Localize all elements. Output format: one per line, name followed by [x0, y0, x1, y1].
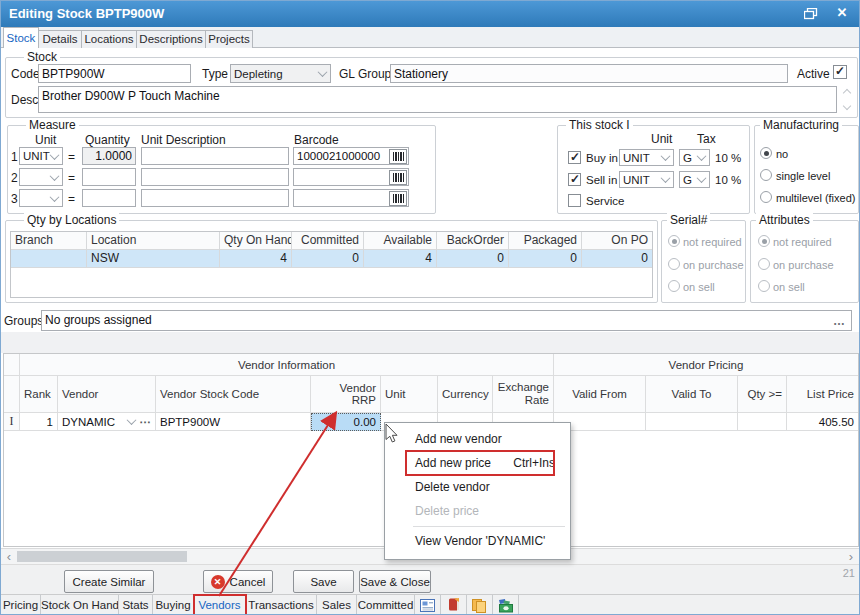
col-header-vendor-stock-code[interactable]: Vendor Stock Code	[156, 376, 311, 413]
cell-vendor[interactable]: DYNAMIC ⋯	[58, 413, 156, 431]
col-header-vendor[interactable]: Vendor	[58, 376, 156, 413]
book-icon-button[interactable]	[441, 595, 467, 615]
cell-rank[interactable]: 1	[20, 413, 58, 431]
barcode-button-2[interactable]	[389, 170, 407, 185]
report-icon-button[interactable]	[415, 595, 441, 615]
money-icon-button[interactable]	[493, 595, 519, 615]
measure-quantity-input-1[interactable]	[82, 147, 136, 165]
bottom-tab-sales[interactable]: Sales	[317, 595, 357, 615]
bottom-tab-pricing[interactable]: Pricing	[1, 595, 41, 615]
vendor-ellipsis-button[interactable]: ⋯	[140, 415, 152, 429]
type-select[interactable]: Depleting	[230, 64, 331, 83]
buy-in-label: Buy in	[586, 152, 618, 164]
col-header-available: Available	[364, 232, 437, 250]
cancel-button[interactable]: ✕ Cancel	[203, 570, 273, 593]
grid-gutter-colheader	[4, 376, 20, 413]
col-header-backorder: BackOrder	[437, 232, 509, 250]
measure-unit-desc-input-3[interactable]	[141, 189, 289, 207]
barcode-button-3[interactable]	[389, 191, 407, 206]
vendor-name: DYNAMIC	[62, 416, 115, 428]
measure-unit-desc-input-1[interactable]	[141, 147, 289, 165]
measure-unit-desc-input-2[interactable]	[141, 168, 289, 186]
tab-stock[interactable]: Stock	[3, 27, 39, 48]
menu-item-delete-vendor[interactable]: Delete vendor	[385, 475, 570, 499]
measure-barcode-field-1[interactable]: 1000021000000	[293, 147, 409, 165]
col-header-currency[interactable]: Currency	[438, 376, 493, 413]
barcode-button-1[interactable]	[389, 149, 407, 164]
sell-in-checkbox[interactable]	[568, 173, 581, 186]
bottom-tab-transactions[interactable]: Transactions	[246, 595, 317, 615]
chevron-down-icon[interactable]	[126, 415, 136, 425]
cell-qty-gte[interactable]	[738, 413, 787, 431]
measure-quantity-input-2[interactable]	[82, 168, 136, 186]
measure-row-number: 3	[11, 192, 18, 206]
measure-unit-select-2[interactable]	[19, 168, 63, 186]
restore-icon[interactable]	[804, 8, 818, 20]
code-input[interactable]	[38, 64, 191, 83]
scrollbar-thumb[interactable]	[17, 551, 187, 562]
copy-icon-button[interactable]	[467, 595, 493, 615]
desc-input[interactable]: Brother D900W P Touch Machine	[38, 86, 837, 113]
tab-locations[interactable]: Locations	[81, 30, 137, 48]
groups-field[interactable]: No groups assigned …	[41, 310, 852, 331]
vendor-pricing-band-header[interactable]: Vendor Pricing	[554, 354, 858, 376]
gl-group-field[interactable]	[390, 64, 788, 83]
cell-valid-to[interactable]	[646, 413, 738, 431]
sell-tax-select[interactable]: G	[679, 171, 710, 188]
cell-vendor-rrp-selected[interactable]: 0.00	[311, 413, 381, 431]
col-header-rank[interactable]: Rank	[20, 376, 58, 413]
col-header-location: Location	[87, 232, 220, 250]
vendor-information-band-header[interactable]: Vendor Information	[20, 354, 554, 376]
col-header-unit[interactable]: Unit	[381, 376, 438, 413]
col-header-valid-from[interactable]: Valid From	[554, 376, 646, 413]
cell-list-price[interactable]: 405.50	[787, 413, 858, 431]
bottom-tab-buying[interactable]: Buying	[153, 595, 194, 615]
close-button[interactable]: ✕	[834, 5, 850, 21]
desc-label: Desc	[11, 93, 38, 107]
col-header-list-price[interactable]: List Price	[787, 376, 858, 413]
bottom-tab-vendors[interactable]: Vendors	[194, 595, 246, 615]
measure-barcode-field-2[interactable]	[293, 168, 409, 186]
buy-tax-select[interactable]: G	[679, 149, 710, 166]
manufacturing-multilevel-radio[interactable]	[760, 191, 772, 203]
desc-spinner[interactable]	[840, 87, 854, 112]
col-header-committed: Committed	[292, 232, 364, 250]
measure-quantity-input-3[interactable]	[82, 189, 136, 207]
col-header-vendor-rrp[interactable]: Vendor RRP	[311, 376, 381, 413]
active-checkbox[interactable]	[833, 65, 847, 79]
col-header-branch: Branch	[11, 232, 87, 250]
cell-vendor-stock-code[interactable]: BPTP900W	[156, 413, 311, 431]
save-button[interactable]: Save	[293, 570, 354, 593]
measure-barcode-field-3[interactable]	[293, 189, 409, 207]
cell-branch	[11, 250, 87, 268]
tab-details[interactable]: Details	[38, 30, 82, 48]
create-similar-button[interactable]: Create Similar	[64, 570, 154, 593]
measure-unit-select-3[interactable]	[19, 189, 63, 207]
manufacturing-single-radio[interactable]	[760, 169, 772, 181]
qty-location-row[interactable]: NSW 4 0 4 0 0 0	[11, 250, 652, 268]
tab-projects[interactable]: Projects	[205, 30, 253, 48]
save-close-button[interactable]: Save & Close	[359, 570, 431, 593]
menu-item-add-new-price[interactable]: Add new price Ctrl+Ins	[385, 451, 570, 475]
equals-sign: =	[68, 192, 75, 206]
scroll-left-button[interactable]: ‹	[1, 549, 17, 564]
measure-unit-header: Unit	[35, 133, 56, 147]
tab-descriptions[interactable]: Descriptions	[136, 30, 206, 48]
menu-item-view-vendor[interactable]: View Vendor 'DYNAMIC'	[385, 529, 570, 553]
sell-unit-select[interactable]: UNIT	[619, 171, 674, 188]
manufacturing-no-radio[interactable]	[760, 147, 772, 159]
service-checkbox[interactable]	[568, 194, 581, 207]
scroll-right-button[interactable]: ›	[843, 549, 859, 564]
col-header-exchange-rate[interactable]: Exchange Rate	[493, 376, 554, 413]
buy-in-checkbox[interactable]	[568, 151, 581, 164]
buy-unit-select[interactable]: UNIT	[619, 149, 674, 166]
measure-unit-select-1[interactable]: UNIT	[19, 147, 63, 165]
groups-ellipsis-button[interactable]: …	[833, 312, 845, 331]
bottom-tab-stock-on-hand[interactable]: Stock On Hand	[41, 595, 119, 615]
col-header-valid-to[interactable]: Valid To	[646, 376, 738, 413]
menu-item-add-new-vendor[interactable]: Add new vendor	[385, 427, 570, 451]
measure-unit-value-1: UNIT	[23, 150, 50, 162]
col-header-qty-gte[interactable]: Qty >=	[738, 376, 787, 413]
bottom-tab-stats[interactable]: Stats	[119, 595, 153, 615]
bottom-tab-committed[interactable]: Committed	[357, 595, 415, 615]
